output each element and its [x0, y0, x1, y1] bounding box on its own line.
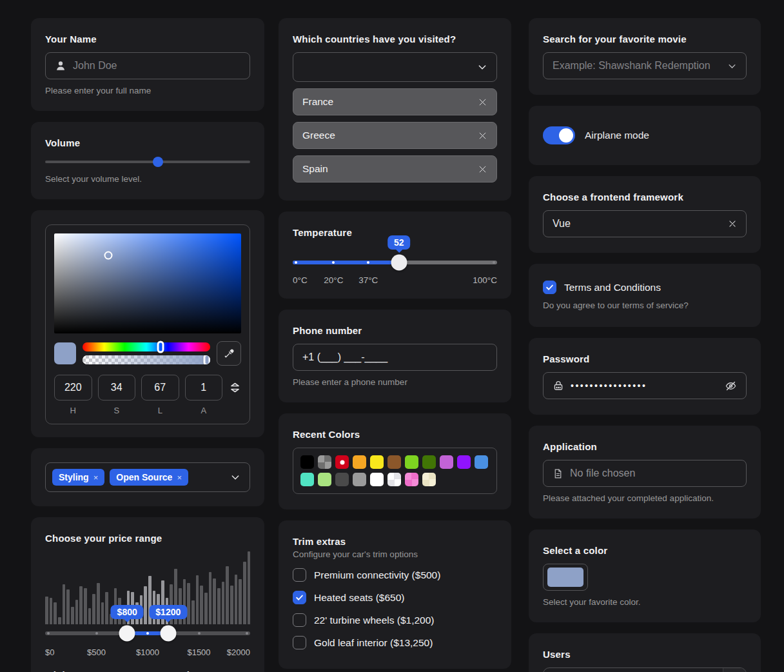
clear-icon[interactable]	[728, 219, 737, 228]
phone-field[interactable]	[293, 344, 497, 371]
color-mode-stepper-icon[interactable]	[228, 380, 241, 395]
recent-color-swatch[interactable]	[422, 473, 436, 486]
application-file-value: No file chosen	[570, 468, 635, 479]
chevron-down-icon[interactable]	[230, 472, 240, 482]
phone-card: Phone number Please enter a phone number	[279, 310, 511, 402]
tags-select[interactable]: Styling×Open Source×	[45, 462, 250, 492]
alpha-value-field[interactable]: 1	[185, 375, 223, 400]
color-picker-card: 220 34 67 1 H S L A	[31, 210, 264, 437]
recent-color-swatch[interactable]	[457, 455, 471, 469]
color-swatch-button[interactable]	[543, 564, 588, 591]
tag-chip[interactable]: Styling×	[52, 469, 104, 486]
recent-color-swatch[interactable]	[300, 473, 314, 486]
saturation-area[interactable]	[54, 233, 241, 333]
max-price-thumb[interactable]	[160, 626, 176, 642]
movie-select[interactable]	[543, 52, 747, 79]
application-card: Application No file chosen Please attach…	[529, 426, 761, 519]
document-icon	[553, 468, 564, 479]
recent-color-swatch[interactable]	[353, 473, 366, 486]
phone-input[interactable]	[302, 351, 487, 363]
movie-input[interactable]	[553, 60, 721, 72]
temperature-tick-label: 100°C	[473, 275, 497, 285]
trim-option[interactable]: Gold leaf interior ($13,250)	[293, 636, 497, 649]
movie-card: Search for your favorite movie	[529, 18, 761, 95]
recent-color-swatch[interactable]	[318, 455, 331, 469]
recent-color-swatch[interactable]	[405, 473, 418, 486]
min-price-thumb[interactable]	[119, 626, 135, 642]
minimum-group: Minimum	[45, 669, 142, 672]
password-value[interactable]: ••••••••••••••••	[571, 380, 718, 391]
remove-tag-icon[interactable]: ×	[93, 473, 99, 482]
hue-value-field[interactable]: 220	[54, 375, 92, 400]
recent-color-swatch[interactable]	[335, 473, 349, 486]
tag-chip[interactable]: Open Source×	[110, 469, 188, 486]
tag-chip-label: Styling	[59, 472, 89, 482]
repeater-controls	[723, 668, 746, 672]
terms-checkbox[interactable]	[543, 281, 556, 294]
application-file-input[interactable]: No file chosen	[543, 460, 747, 487]
recent-color-swatch[interactable]	[440, 455, 453, 469]
alpha-slider[interactable]	[83, 355, 210, 364]
lock-icon	[553, 380, 564, 391]
recent-color-swatch[interactable]	[300, 455, 314, 469]
countries-label: Which countries have you visited?	[293, 34, 497, 44]
recent-color-swatch[interactable]	[422, 455, 436, 469]
recent-color-swatch[interactable]	[387, 455, 401, 469]
remove-country-icon[interactable]	[478, 131, 487, 141]
trim-option[interactable]: 22' turbine wheels ($1,200)	[293, 613, 497, 627]
recent-color-swatch[interactable]	[335, 455, 349, 469]
eye-off-icon[interactable]	[725, 380, 737, 392]
temperature-slider[interactable]: 52	[293, 255, 497, 270]
volume-slider[interactable]	[45, 156, 250, 168]
recent-color-swatch[interactable]	[370, 473, 384, 486]
price-range-slider[interactable]: $800 $1200	[45, 626, 250, 641]
min-price-tooltip: $800	[111, 605, 144, 619]
trim-option-checkbox[interactable]	[293, 591, 306, 604]
trim-option-checkbox[interactable]	[293, 568, 306, 582]
trim-option-checkbox[interactable]	[293, 613, 306, 627]
histogram-bar	[58, 617, 61, 624]
framework-input[interactable]	[553, 218, 721, 230]
alpha-thumb[interactable]	[204, 355, 210, 364]
your-name-input[interactable]	[73, 60, 240, 72]
hue-slider[interactable]	[83, 342, 210, 351]
trim-option-checkbox[interactable]	[293, 636, 306, 649]
saturation-value-field[interactable]: 34	[98, 375, 136, 400]
selected-country-item[interactable]: France	[293, 88, 497, 115]
histogram-bar	[226, 566, 229, 624]
remove-country-icon[interactable]	[478, 164, 487, 174]
airplane-mode-card: Airplane mode	[529, 106, 761, 165]
recent-color-swatch[interactable]	[353, 455, 366, 469]
lightness-value-field[interactable]: 67	[141, 375, 179, 400]
application-help: Please attached your completed applicati…	[543, 493, 747, 503]
recent-color-swatch[interactable]	[387, 473, 401, 486]
histogram-bar	[239, 579, 242, 624]
recent-color-swatch[interactable]	[475, 455, 488, 469]
remove-tag-icon[interactable]: ×	[177, 473, 182, 482]
trim-option[interactable]: Premium connectivity ($500)	[293, 568, 497, 582]
temperature-thumb[interactable]	[391, 255, 407, 271]
recent-color-swatch[interactable]	[370, 455, 384, 469]
eyedropper-button[interactable]	[217, 341, 241, 366]
histogram-bar	[45, 597, 48, 624]
trim-option[interactable]: Heated seats ($650)	[293, 591, 497, 604]
recent-colors-card: Recent Colors	[279, 413, 511, 509]
histogram-bar	[66, 589, 70, 624]
select-color-label: Select a color	[543, 545, 747, 556]
selected-country-item[interactable]: Greece	[293, 122, 497, 149]
hue-thumb[interactable]	[157, 341, 164, 353]
airplane-mode-toggle[interactable]	[543, 126, 575, 144]
saturation-marker[interactable]	[104, 252, 113, 260]
password-field[interactable]: ••••••••••••••••	[543, 372, 747, 399]
user-repeater-item: 1. Email	[543, 667, 747, 672]
framework-select[interactable]	[543, 210, 747, 237]
countries-select[interactable]	[293, 52, 497, 82]
trim-option-label: Heated seats ($650)	[314, 592, 404, 604]
remove-country-icon[interactable]	[478, 97, 487, 107]
volume-thumb[interactable]	[153, 157, 163, 167]
chevron-down-icon	[477, 62, 487, 72]
your-name-field[interactable]	[45, 52, 250, 79]
recent-color-swatch[interactable]	[405, 455, 418, 469]
selected-country-item[interactable]: Spain	[293, 155, 497, 183]
recent-color-swatch[interactable]	[318, 473, 331, 486]
